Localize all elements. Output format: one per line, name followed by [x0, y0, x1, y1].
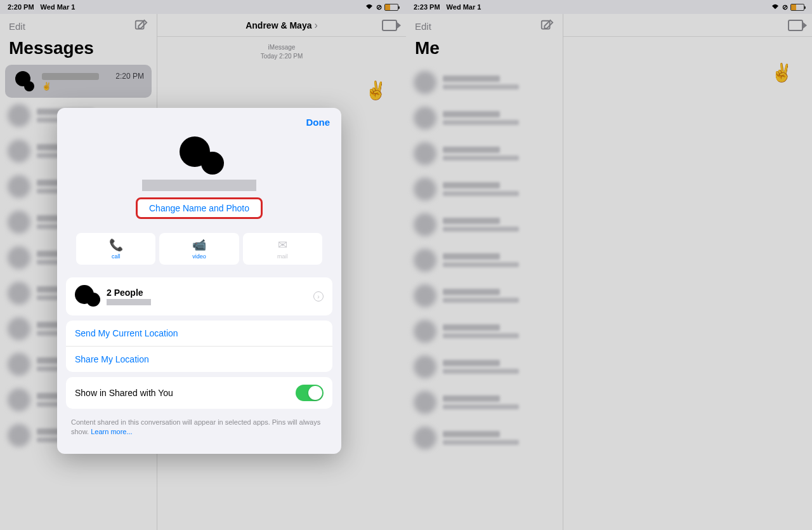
phone-icon: 📞: [76, 238, 155, 252]
modal-overlay: [406, 0, 812, 530]
people-count: 2 People: [107, 288, 307, 298]
left-screenshot: 2:20 PM Wed Mar 1 ⊘ Edit Messages 2:20 P…: [0, 0, 406, 530]
learn-more-link[interactable]: Learn more...: [91, 428, 132, 435]
shared-with-you-toggle[interactable]: [296, 385, 324, 401]
shared-with-you-label: Show in Shared with You: [75, 388, 173, 398]
right-screenshot: 2:23 PM Wed Mar 1 ⊘ Edit Me ✌️ Cancel Do…: [406, 0, 812, 530]
video-button[interactable]: 📹 video: [159, 233, 239, 265]
group-avatar: [171, 136, 228, 175]
people-row[interactable]: 2 People ›: [66, 277, 332, 315]
send-location-button[interactable]: Send My Current Location: [66, 321, 332, 347]
people-avatar: [75, 284, 100, 309]
share-location-button[interactable]: Share My Location: [66, 347, 332, 372]
call-button[interactable]: 📞 call: [76, 233, 155, 265]
mail-button: ✉ mail: [243, 233, 322, 265]
video-icon: 📹: [159, 238, 239, 252]
footnote: Content shared in this conversation will…: [57, 414, 341, 441]
people-names-redacted: [107, 299, 151, 305]
group-name-redacted: [142, 180, 256, 191]
change-name-photo-button[interactable]: Change Name and Photo: [136, 197, 263, 219]
done-button[interactable]: Done: [306, 117, 331, 128]
mail-icon: ✉: [243, 238, 322, 252]
info-icon: ›: [313, 291, 324, 301]
group-details-modal: Done Change Name and Photo 📞 call 📹 vide…: [57, 108, 341, 454]
